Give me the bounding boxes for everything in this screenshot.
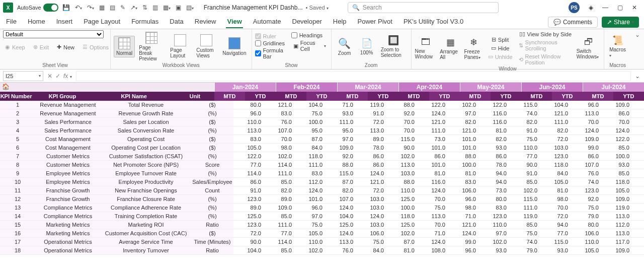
cell-value[interactable]: 121.0 xyxy=(356,178,387,186)
cell-value[interactable]: 110.0 xyxy=(233,118,264,126)
cell-unit[interactable]: (%) xyxy=(191,195,233,203)
cell-value[interactable]: 111.0 xyxy=(418,126,448,135)
cell-value[interactable]: 93.0 xyxy=(479,246,510,254)
name-box[interactable]: I25▾ xyxy=(3,71,43,81)
cell-value[interactable]: 113.0 xyxy=(602,229,632,237)
cell-value[interactable]: 75.0 xyxy=(510,135,540,143)
cell-value[interactable]: 109.0 xyxy=(326,144,356,152)
formula-bar-checkbox[interactable]: Formula Bar xyxy=(255,47,289,59)
cell-kpi-number[interactable]: 13 xyxy=(0,204,35,212)
cell-kpi-name[interactable]: Sales Conversion Rate xyxy=(101,126,191,135)
cell-value[interactable]: 85.0 xyxy=(510,221,540,229)
new-window-button[interactable]: 🗔New Window xyxy=(415,36,438,60)
cell-value[interactable]: 102.0 xyxy=(387,152,418,160)
cell-value[interactable]: 106.0 xyxy=(356,229,387,237)
cell-value[interactable]: 109.0 xyxy=(602,101,632,109)
cell-value[interactable]: 100.0 xyxy=(387,204,418,212)
cell-kpi-group[interactable]: Compliance Metrics xyxy=(35,212,101,220)
cell-unit[interactable]: Count xyxy=(191,186,233,194)
cell-kpi-number[interactable]: 12 xyxy=(0,195,35,203)
tab-developer[interactable]: Developer xyxy=(291,16,323,28)
cell-value[interactable]: 124.0 xyxy=(326,204,356,212)
cell-kpi-number[interactable]: 1 xyxy=(0,101,35,109)
cell-value[interactable]: 119.0 xyxy=(510,212,540,220)
cell-value[interactable]: 101.0 xyxy=(448,144,479,152)
enter-formula-icon[interactable]: ✓ xyxy=(55,73,60,80)
minimize-icon[interactable]: — xyxy=(602,4,608,11)
tab-pk-s-utility-tool-v3-0[interactable]: PK's Utility Tool V3.0 xyxy=(403,16,464,28)
custom-views-button[interactable]: Custom Views xyxy=(194,33,218,59)
expand-formula-icon[interactable]: ⌄ xyxy=(631,73,644,80)
cell-value[interactable]: 101.0 xyxy=(295,195,326,203)
cell-value[interactable]: 75.0 xyxy=(295,221,326,229)
cell-value[interactable]: 72.0 xyxy=(540,212,571,220)
cell-kpi-group[interactable]: Franchise Growth xyxy=(35,195,101,203)
cell-value[interactable]: 84.0 xyxy=(540,169,571,177)
cell-kpi-number[interactable]: 7 xyxy=(0,152,35,160)
cell-value[interactable]: 70.0 xyxy=(418,195,448,203)
qat-icon-3[interactable]: ✎ xyxy=(120,4,125,11)
cell-value[interactable]: 123.0 xyxy=(540,152,571,160)
cell-value[interactable]: 97.0 xyxy=(479,229,510,237)
cell-unit[interactable]: Score xyxy=(191,161,233,169)
cell-kpi-number[interactable]: 2 xyxy=(0,109,35,117)
cell-value[interactable]: 81.0 xyxy=(448,169,479,177)
cell-kpi-group[interactable]: Franchise Growth xyxy=(35,186,101,194)
qat-icon-6[interactable]: ▥ xyxy=(152,4,158,11)
cell-kpi-number[interactable]: 14 xyxy=(0,212,35,220)
cell-kpi-group[interactable]: Operational Metrics xyxy=(35,246,101,254)
cell-value[interactable]: 75.0 xyxy=(418,204,448,212)
cell-value[interactable]: 121.0 xyxy=(448,126,479,135)
cell-kpi-name[interactable]: Operating Cost per Location xyxy=(101,144,191,152)
cell-unit[interactable]: Time (Minutes) xyxy=(191,238,233,246)
qat-icon-4[interactable]: ↗▾ xyxy=(130,4,137,11)
qat-icon-2[interactable]: ▤ xyxy=(110,4,115,11)
cell-value[interactable]: 123.0 xyxy=(479,212,510,220)
cell-value[interactable]: 103.0 xyxy=(356,195,387,203)
cell-value[interactable]: 105.0 xyxy=(295,229,326,237)
close-icon[interactable]: ✕ xyxy=(632,4,637,11)
cell-kpi-group[interactable]: Cost Management xyxy=(35,144,101,152)
cell-value[interactable]: 83.0 xyxy=(233,135,264,143)
cell-kpi-group[interactable]: Sales Performance xyxy=(35,118,101,126)
diamond-icon[interactable]: ◈ xyxy=(589,4,593,11)
cell-value[interactable]: 110.0 xyxy=(479,221,510,229)
cell-value[interactable]: 113.0 xyxy=(233,126,264,135)
cell-value[interactable]: 93.0 xyxy=(540,246,571,254)
fx-icon[interactable]: fx ▾ xyxy=(63,73,72,80)
cell-value[interactable]: 125.0 xyxy=(387,221,418,229)
cell-kpi-number[interactable]: 8 xyxy=(0,161,35,169)
cell-value[interactable]: 75.0 xyxy=(571,204,602,212)
cell-value[interactable]: 89.0 xyxy=(233,204,264,212)
cell-value[interactable]: 124.0 xyxy=(418,238,448,246)
focus-cell-button[interactable]: ▣ Focus Cell ▾ xyxy=(291,39,328,52)
cell-kpi-name[interactable]: Inventory Turnover xyxy=(101,246,191,254)
cell-value[interactable]: 105.0 xyxy=(571,246,602,254)
cell-value[interactable]: 118.0 xyxy=(602,178,632,186)
cell-value[interactable]: 124.0 xyxy=(356,212,387,220)
cell-value[interactable]: 83.0 xyxy=(479,204,510,212)
qat-icon-5[interactable]: ⇅ xyxy=(142,4,147,11)
cancel-formula-icon[interactable]: ✕ xyxy=(47,73,52,80)
cell-value[interactable]: 84.0 xyxy=(295,144,326,152)
split-button[interactable]: ⊟ Split xyxy=(486,36,515,43)
cell-value[interactable]: 85.0 xyxy=(602,144,632,152)
cell-value[interactable]: 82.0 xyxy=(510,118,540,126)
cell-value[interactable]: 92.0 xyxy=(326,152,356,160)
cell-value[interactable]: 80.0 xyxy=(479,195,510,203)
cell-value[interactable]: 118.0 xyxy=(540,161,571,169)
hdr-kpi-name[interactable]: KPI Name xyxy=(93,92,176,101)
hdr-kpi-number[interactable]: KPI Number xyxy=(0,92,32,101)
cell-value[interactable]: 96.0 xyxy=(448,195,479,203)
cell-value[interactable]: 102.0 xyxy=(264,152,295,160)
cell-value[interactable]: 112.0 xyxy=(602,221,632,229)
cell-value[interactable]: 81.0 xyxy=(418,169,448,177)
cell-value[interactable]: 118.0 xyxy=(387,212,418,220)
qat-icon-7[interactable]: ▦▾ xyxy=(163,4,171,11)
cell-value[interactable]: 86.0 xyxy=(418,152,448,160)
cell-value[interactable]: 114.0 xyxy=(264,238,295,246)
cell-value[interactable]: 102.0 xyxy=(510,186,540,194)
cell-value[interactable]: 108.0 xyxy=(418,246,448,254)
cell-value[interactable]: 98.0 xyxy=(540,195,571,203)
cell-value[interactable]: 85.0 xyxy=(602,169,632,177)
